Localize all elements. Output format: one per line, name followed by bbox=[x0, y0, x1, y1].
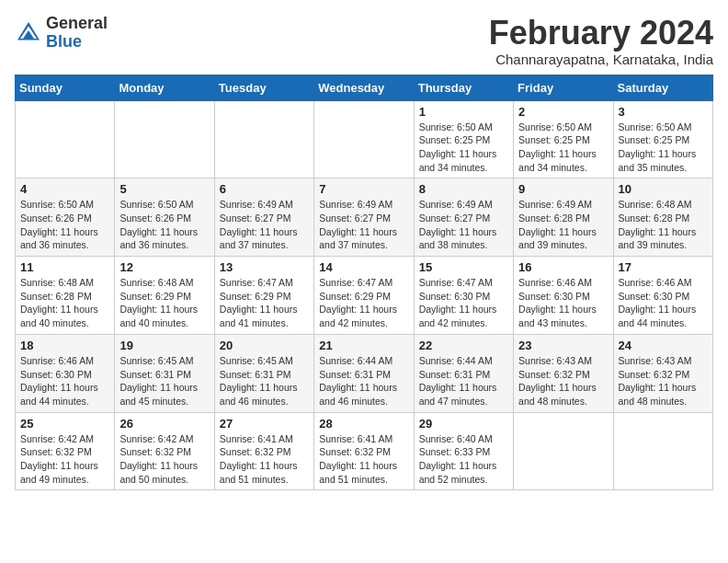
day-number: 4 bbox=[20, 182, 109, 196]
day-number: 22 bbox=[419, 339, 508, 352]
day-info: Sunrise: 6:42 AM Sunset: 6:32 PM Dayligh… bbox=[20, 432, 109, 487]
location: Channarayapatna, Karnataka, India bbox=[489, 52, 713, 67]
day-number: 3 bbox=[619, 105, 708, 119]
logo: General Blue bbox=[15, 15, 108, 52]
calendar-cell: 13Sunrise: 6:47 AM Sunset: 6:29 PM Dayli… bbox=[214, 257, 313, 335]
header-wednesday: Wednesday bbox=[314, 75, 414, 100]
title-block: February 2024 Channarayapatna, Karnataka… bbox=[489, 15, 713, 67]
calendar-cell: 7Sunrise: 6:49 AM Sunset: 6:27 PM Daylig… bbox=[314, 178, 414, 257]
day-info: Sunrise: 6:41 AM Sunset: 6:32 PM Dayligh… bbox=[220, 432, 309, 487]
day-number: 13 bbox=[220, 260, 309, 274]
day-info: Sunrise: 6:48 AM Sunset: 6:29 PM Dayligh… bbox=[119, 276, 209, 330]
day-info: Sunrise: 6:48 AM Sunset: 6:28 PM Dayligh… bbox=[619, 198, 708, 252]
day-number: 10 bbox=[619, 182, 708, 196]
week-row-4: 25Sunrise: 6:42 AM Sunset: 6:32 PM Dayli… bbox=[16, 412, 713, 490]
calendar-cell: 29Sunrise: 6:40 AM Sunset: 6:33 PM Dayli… bbox=[414, 412, 513, 490]
day-number: 14 bbox=[319, 260, 408, 274]
header-sunday: Sunday bbox=[16, 75, 115, 100]
calendar-cell: 19Sunrise: 6:45 AM Sunset: 6:31 PM Dayli… bbox=[115, 334, 214, 412]
calendar-cell: 9Sunrise: 6:49 AM Sunset: 6:28 PM Daylig… bbox=[514, 178, 613, 257]
day-info: Sunrise: 6:47 AM Sunset: 6:29 PM Dayligh… bbox=[319, 276, 408, 330]
logo-icon bbox=[15, 19, 42, 47]
calendar-header: SundayMondayTuesdayWednesdayThursdayFrid… bbox=[16, 75, 713, 100]
day-number: 20 bbox=[220, 339, 309, 352]
calendar-cell bbox=[16, 100, 115, 178]
day-info: Sunrise: 6:48 AM Sunset: 6:28 PM Dayligh… bbox=[20, 276, 109, 330]
day-number: 12 bbox=[119, 260, 209, 274]
day-info: Sunrise: 6:45 AM Sunset: 6:31 PM Dayligh… bbox=[220, 354, 309, 408]
calendar-cell bbox=[613, 412, 712, 490]
day-info: Sunrise: 6:46 AM Sunset: 6:30 PM Dayligh… bbox=[518, 276, 608, 330]
day-number: 16 bbox=[518, 260, 608, 274]
calendar: SundayMondayTuesdayWednesdayThursdayFrid… bbox=[15, 75, 713, 491]
week-row-2: 11Sunrise: 6:48 AM Sunset: 6:28 PM Dayli… bbox=[16, 257, 713, 335]
day-number: 21 bbox=[319, 339, 408, 352]
calendar-cell: 21Sunrise: 6:44 AM Sunset: 6:31 PM Dayli… bbox=[314, 334, 414, 412]
calendar-cell: 24Sunrise: 6:43 AM Sunset: 6:32 PM Dayli… bbox=[613, 334, 712, 412]
day-info: Sunrise: 6:40 AM Sunset: 6:33 PM Dayligh… bbox=[419, 432, 508, 487]
calendar-cell: 20Sunrise: 6:45 AM Sunset: 6:31 PM Dayli… bbox=[214, 334, 313, 412]
day-number: 5 bbox=[119, 182, 209, 196]
day-info: Sunrise: 6:50 AM Sunset: 6:25 PM Dayligh… bbox=[518, 121, 608, 175]
month-title: February 2024 bbox=[489, 15, 713, 52]
calendar-cell: 1Sunrise: 6:50 AM Sunset: 6:25 PM Daylig… bbox=[414, 100, 513, 178]
day-number: 15 bbox=[419, 260, 508, 274]
day-number: 25 bbox=[20, 417, 109, 431]
day-info: Sunrise: 6:43 AM Sunset: 6:32 PM Dayligh… bbox=[619, 354, 708, 408]
calendar-cell: 27Sunrise: 6:41 AM Sunset: 6:32 PM Dayli… bbox=[214, 412, 313, 490]
calendar-cell: 11Sunrise: 6:48 AM Sunset: 6:28 PM Dayli… bbox=[16, 257, 115, 335]
calendar-cell bbox=[115, 100, 214, 178]
day-info: Sunrise: 6:44 AM Sunset: 6:31 PM Dayligh… bbox=[319, 354, 408, 408]
day-number: 7 bbox=[319, 182, 408, 196]
logo-text: General Blue bbox=[46, 15, 108, 52]
calendar-cell: 5Sunrise: 6:50 AM Sunset: 6:26 PM Daylig… bbox=[115, 178, 214, 257]
header-thursday: Thursday bbox=[414, 75, 513, 100]
calendar-cell: 4Sunrise: 6:50 AM Sunset: 6:26 PM Daylig… bbox=[16, 178, 115, 257]
day-number: 29 bbox=[419, 417, 508, 431]
day-number: 8 bbox=[419, 182, 508, 196]
day-number: 11 bbox=[20, 260, 109, 274]
logo-blue: Blue bbox=[46, 33, 108, 52]
day-number: 9 bbox=[518, 182, 608, 196]
header-tuesday: Tuesday bbox=[214, 75, 313, 100]
calendar-cell: 28Sunrise: 6:41 AM Sunset: 6:32 PM Dayli… bbox=[314, 412, 414, 490]
day-number: 23 bbox=[518, 339, 608, 352]
calendar-cell: 17Sunrise: 6:46 AM Sunset: 6:30 PM Dayli… bbox=[613, 257, 712, 335]
day-info: Sunrise: 6:49 AM Sunset: 6:27 PM Dayligh… bbox=[319, 198, 408, 252]
day-info: Sunrise: 6:45 AM Sunset: 6:31 PM Dayligh… bbox=[119, 354, 209, 408]
calendar-cell bbox=[514, 412, 613, 490]
day-info: Sunrise: 6:50 AM Sunset: 6:25 PM Dayligh… bbox=[419, 121, 508, 175]
calendar-cell: 12Sunrise: 6:48 AM Sunset: 6:29 PM Dayli… bbox=[115, 257, 214, 335]
logo-general: General bbox=[46, 15, 108, 33]
day-number: 1 bbox=[419, 105, 508, 119]
calendar-cell: 10Sunrise: 6:48 AM Sunset: 6:28 PM Dayli… bbox=[613, 178, 712, 257]
day-info: Sunrise: 6:44 AM Sunset: 6:31 PM Dayligh… bbox=[419, 354, 508, 408]
calendar-cell bbox=[214, 100, 313, 178]
week-row-0: 1Sunrise: 6:50 AM Sunset: 6:25 PM Daylig… bbox=[16, 100, 713, 178]
page-header: General Blue February 2024 Channarayapat… bbox=[15, 15, 713, 67]
header-monday: Monday bbox=[115, 75, 214, 100]
day-info: Sunrise: 6:41 AM Sunset: 6:32 PM Dayligh… bbox=[319, 432, 408, 487]
header-row: SundayMondayTuesdayWednesdayThursdayFrid… bbox=[16, 75, 713, 100]
calendar-cell: 3Sunrise: 6:50 AM Sunset: 6:25 PM Daylig… bbox=[613, 100, 712, 178]
day-number: 26 bbox=[119, 417, 209, 431]
header-friday: Friday bbox=[514, 75, 613, 100]
calendar-cell bbox=[314, 100, 414, 178]
day-info: Sunrise: 6:50 AM Sunset: 6:26 PM Dayligh… bbox=[20, 198, 109, 252]
calendar-cell: 22Sunrise: 6:44 AM Sunset: 6:31 PM Dayli… bbox=[414, 334, 513, 412]
day-info: Sunrise: 6:49 AM Sunset: 6:27 PM Dayligh… bbox=[419, 198, 508, 252]
calendar-cell: 15Sunrise: 6:47 AM Sunset: 6:30 PM Dayli… bbox=[414, 257, 513, 335]
day-info: Sunrise: 6:49 AM Sunset: 6:27 PM Dayligh… bbox=[220, 198, 309, 252]
calendar-cell: 16Sunrise: 6:46 AM Sunset: 6:30 PM Dayli… bbox=[514, 257, 613, 335]
calendar-cell: 23Sunrise: 6:43 AM Sunset: 6:32 PM Dayli… bbox=[514, 334, 613, 412]
day-info: Sunrise: 6:43 AM Sunset: 6:32 PM Dayligh… bbox=[518, 354, 608, 408]
calendar-cell: 25Sunrise: 6:42 AM Sunset: 6:32 PM Dayli… bbox=[16, 412, 115, 490]
day-number: 24 bbox=[619, 339, 708, 352]
calendar-cell: 6Sunrise: 6:49 AM Sunset: 6:27 PM Daylig… bbox=[214, 178, 313, 257]
calendar-cell: 14Sunrise: 6:47 AM Sunset: 6:29 PM Dayli… bbox=[314, 257, 414, 335]
calendar-body: 1Sunrise: 6:50 AM Sunset: 6:25 PM Daylig… bbox=[16, 100, 713, 490]
day-info: Sunrise: 6:50 AM Sunset: 6:26 PM Dayligh… bbox=[119, 198, 209, 252]
week-row-1: 4Sunrise: 6:50 AM Sunset: 6:26 PM Daylig… bbox=[16, 178, 713, 257]
day-info: Sunrise: 6:46 AM Sunset: 6:30 PM Dayligh… bbox=[619, 276, 708, 330]
day-number: 28 bbox=[319, 417, 408, 431]
